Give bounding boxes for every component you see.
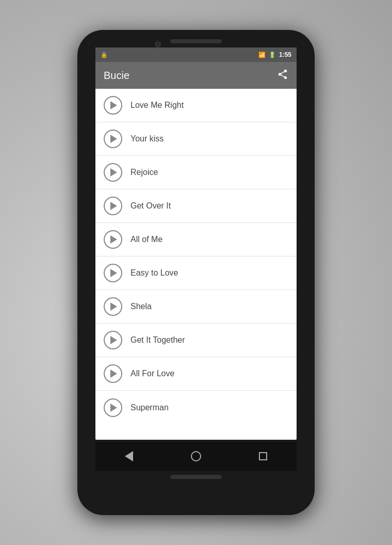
play-icon: [110, 269, 117, 277]
phone-camera: [155, 41, 161, 47]
song-item[interactable]: All of Me: [95, 223, 297, 257]
song-item[interactable]: Rejoice: [95, 156, 297, 189]
play-button[interactable]: [104, 230, 122, 249]
home-button[interactable]: [186, 446, 206, 467]
song-item[interactable]: Superman: [95, 391, 297, 424]
nav-bar: [95, 442, 297, 471]
play-button[interactable]: [104, 297, 122, 316]
play-button[interactable]: [104, 364, 122, 383]
play-icon: [110, 235, 117, 244]
phone-device: 🔒 📶 🔋 1:55 Bucie Love Me RightYour kissR…: [77, 30, 315, 515]
play-icon: [110, 202, 117, 210]
song-title: Rejoice: [130, 168, 158, 177]
song-title: Superman: [130, 403, 169, 412]
song-item[interactable]: Get Over It: [95, 189, 297, 223]
play-icon: [110, 168, 117, 177]
phone-speaker-top: [170, 39, 222, 43]
song-title: Shela: [130, 302, 152, 311]
play-icon: [110, 370, 117, 378]
signal-icon: 📶: [258, 52, 266, 58]
play-icon: [110, 336, 117, 344]
play-icon: [110, 135, 117, 143]
status-time: 1:55: [279, 51, 291, 58]
play-button[interactable]: [104, 197, 122, 215]
song-item[interactable]: Get It Together: [95, 324, 297, 357]
play-button[interactable]: [104, 96, 122, 115]
song-item[interactable]: Love Me Right: [95, 89, 297, 122]
song-title: Your kiss: [130, 134, 164, 143]
lock-icon: 🔒: [101, 52, 108, 58]
play-button[interactable]: [104, 130, 122, 148]
song-item[interactable]: Shela: [95, 290, 297, 324]
song-title: Love Me Right: [130, 101, 184, 110]
battery-icon: 🔋: [269, 52, 276, 58]
song-title: Get Over It: [130, 201, 171, 211]
song-title: Get It Together: [130, 335, 185, 345]
play-button[interactable]: [104, 331, 122, 349]
play-icon: [110, 302, 117, 311]
status-bar: 🔒 📶 🔋 1:55: [95, 47, 297, 62]
song-title: Easy to Love: [130, 268, 178, 278]
phone-screen: 🔒 📶 🔋 1:55 Bucie Love Me RightYour kissR…: [95, 47, 297, 440]
app-bar: Bucie: [95, 62, 297, 89]
song-item[interactable]: All For Love: [95, 357, 297, 391]
song-item[interactable]: Your kiss: [95, 122, 297, 156]
play-button[interactable]: [104, 163, 122, 182]
overview-button[interactable]: [253, 446, 273, 467]
song-title: All For Love: [130, 369, 174, 378]
song-title: All of Me: [130, 235, 162, 244]
back-button[interactable]: [119, 446, 139, 467]
song-item[interactable]: Easy to Love: [95, 257, 297, 290]
play-button[interactable]: [104, 398, 122, 417]
app-title: Bucie: [104, 70, 129, 82]
play-icon: [110, 101, 117, 109]
phone-speaker-bottom: [170, 475, 222, 479]
play-icon: [110, 404, 117, 412]
share-button[interactable]: [277, 69, 288, 83]
play-button[interactable]: [104, 264, 122, 282]
song-list: Love Me RightYour kissRejoiceGet Over It…: [95, 89, 297, 440]
